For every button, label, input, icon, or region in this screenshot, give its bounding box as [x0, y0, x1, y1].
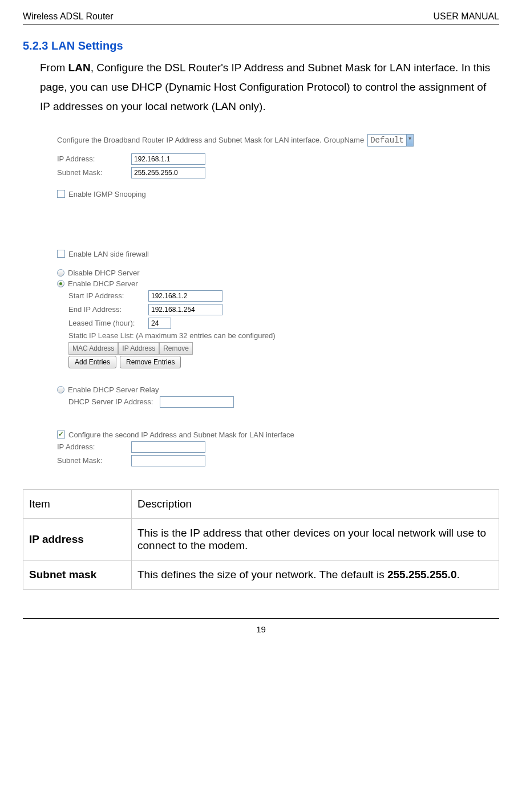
subnet-mask-input[interactable] [131, 167, 205, 178]
static-lease-text: Static IP Lease List: (A maximum 32 entr… [68, 331, 499, 340]
th-ip: IP Address [118, 342, 159, 355]
subnet-mask-label: Subnet Mask: [57, 168, 131, 177]
row-item: IP address [23, 518, 132, 560]
row-desc: This is the IP address that other device… [132, 518, 499, 560]
ip2-row: IP Address: [57, 441, 499, 453]
relay-ip-label: DHCP Server IP Address: [68, 397, 160, 406]
section-body: From LAN, Configure the DSL Router's IP … [23, 58, 499, 117]
second-ip-row: Configure the second IP Address and Subn… [57, 431, 499, 439]
row2-desc-post: . [456, 569, 459, 580]
config-intro-row: Configure the Broadband Router IP Addres… [57, 134, 499, 147]
end-ip-row: End IP Address: [68, 304, 499, 315]
ip-address-row: IP Address: [57, 153, 499, 165]
end-ip-label: End IP Address: [68, 305, 148, 314]
leased-time-label: Leased Time (hour): [68, 319, 148, 327]
row1-item-text: IP address [29, 533, 84, 545]
start-ip-row: Start IP Address: [68, 290, 499, 302]
header-right: USER MANUAL [433, 11, 499, 22]
config-intro-text: Configure the Broadband Router IP Addres… [57, 136, 364, 144]
router-ui-screenshot: Configure the Broadband Router IP Addres… [57, 134, 499, 466]
row-desc: This defines the size of your network. T… [132, 560, 499, 589]
row-item: Subnet mask [23, 560, 132, 589]
chevron-down-icon: ▾ [406, 135, 413, 146]
body-post: , Configure the DSL Router's IP Address … [40, 62, 490, 112]
ip-address-input[interactable] [131, 153, 205, 165]
disable-dhcp-radio[interactable] [57, 269, 64, 277]
second-ip-checkbox[interactable] [57, 431, 65, 439]
row2-desc-pre: This defines the size of your network. T… [137, 569, 387, 580]
th-mac: MAC Address [68, 342, 118, 355]
ip2-input[interactable] [131, 441, 205, 453]
lease-buttons-row: Add Entries Remove Entries [68, 356, 499, 368]
body-pre: From [40, 62, 68, 74]
relay-row: Enable DHCP Server Relay [57, 385, 499, 394]
firewall-row: Enable LAN side firewall [57, 250, 499, 258]
enable-dhcp-label: Enable DHCP Server [68, 279, 138, 288]
igmp-row: Enable IGMP Snooping [57, 190, 499, 198]
start-ip-label: Start IP Address: [68, 291, 148, 300]
mask2-row: Subnet Mask: [57, 455, 499, 466]
table-row: IP address This is the IP address that o… [23, 518, 499, 560]
page-footer: 19 [23, 618, 499, 634]
page-number: 19 [256, 624, 266, 634]
firewall-label: Enable LAN side firewall [68, 250, 149, 258]
relay-label: Enable DHCP Server Relay [68, 385, 159, 394]
relay-ip-row: DHCP Server IP Address: [57, 396, 499, 408]
section-title-text: LAN Settings [51, 39, 123, 52]
groupname-select[interactable]: Default ▾ [367, 134, 414, 147]
mask2-label: Subnet Mask: [57, 456, 131, 465]
th-remove: Remove [159, 342, 193, 355]
mask2-input[interactable] [131, 455, 205, 466]
leased-time-input[interactable] [148, 318, 171, 329]
end-ip-input[interactable] [148, 304, 222, 315]
row2-item-text: Subnet mask [29, 569, 96, 580]
row2-desc-bold: 255.255.255.0 [387, 569, 457, 580]
add-entries-button[interactable]: Add Entries [68, 356, 116, 368]
table-row: Subnet mask This defines the size of you… [23, 560, 499, 589]
igmp-label: Enable IGMP Snooping [68, 190, 146, 198]
enable-dhcp-row: Enable DHCP Server [57, 279, 499, 288]
lease-table-header: MAC Address IP Address Remove [68, 342, 499, 355]
header-left: Wireless ADSL Router [23, 11, 114, 22]
second-ip-label: Configure the second IP Address and Subn… [68, 431, 294, 439]
relay-ip-input[interactable] [160, 396, 234, 408]
ip2-label: IP Address: [57, 442, 131, 451]
th-item: Item [23, 489, 132, 518]
description-table: Item Description IP address This is the … [23, 489, 499, 590]
disable-dhcp-label: Disable DHCP Server [68, 269, 139, 277]
body-bold: LAN [68, 62, 91, 74]
start-ip-input[interactable] [148, 290, 222, 302]
groupname-value: Default [368, 135, 406, 146]
remove-entries-button[interactable]: Remove Entries [120, 356, 181, 368]
table-row: Item Description [23, 489, 499, 518]
relay-radio[interactable] [57, 386, 64, 393]
th-desc: Description [132, 489, 499, 518]
leased-time-row: Leased Time (hour): [68, 318, 499, 329]
section-number: 5.2.3 [23, 39, 48, 52]
enable-dhcp-radio[interactable] [57, 280, 64, 287]
igmp-checkbox[interactable] [57, 190, 65, 198]
subnet-mask-row: Subnet Mask: [57, 167, 499, 178]
section-heading: 5.2.3 LAN Settings [23, 39, 499, 52]
page-header: Wireless ADSL Router USER MANUAL [23, 11, 499, 25]
firewall-checkbox[interactable] [57, 250, 65, 258]
ip-address-label: IP Address: [57, 155, 131, 163]
disable-dhcp-row: Disable DHCP Server [57, 269, 499, 277]
